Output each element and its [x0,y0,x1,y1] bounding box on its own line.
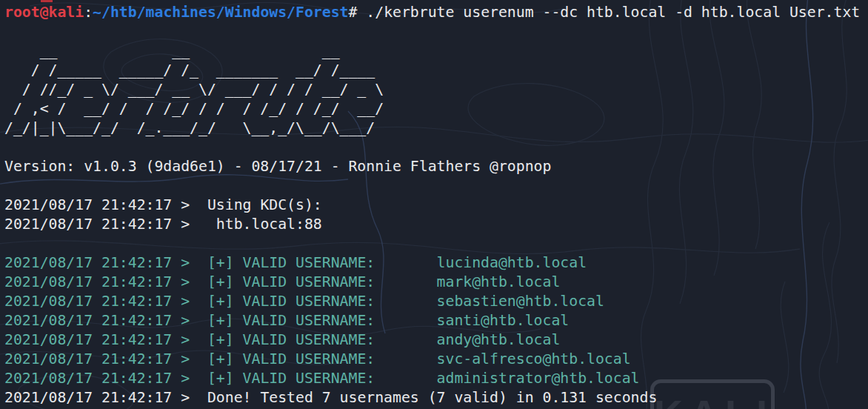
log-line-valid-username: 2021/08/17 21:42:17 > [+] VALID USERNAME… [4,350,868,369]
valid-username-value: sebastien@htb.local [437,293,604,310]
valid-username-value: mark@htb.local [437,273,561,290]
log-separator: > [172,293,207,310]
log-separator: > [172,389,207,406]
log-separator: > [172,216,207,233]
log-timestamp: 2021/08/17 21:42:17 [4,331,172,348]
log-timestamp: 2021/08/17 21:42:17 [4,196,172,213]
log-message: Done! Tested 7 usernames (7 valid) in 0.… [207,389,657,406]
kerbrute-banner-line: / ,< / __/ / / /_/ / / / /_/ / /_/ __/ [4,99,868,119]
kerbrute-banner-line: / /_____ _____/ /_ _______ __/ /____ [4,61,868,80]
log-separator: > [172,370,207,387]
terminal-output[interactable]: root@kali:~/htb/machines/Windows/Forest#… [4,3,868,408]
version-line: Version: v1.0.3 (9dad6e1) - 08/17/21 - R… [4,157,868,176]
log-line-kdc-header: 2021/08/17 21:42:17 > Using KDC(s): [4,196,868,215]
log-separator: > [172,350,207,368]
blank-line [4,138,868,157]
log-timestamp: 2021/08/17 21:42:17 [4,350,172,368]
log-timestamp: 2021/08/17 21:42:17 [4,312,172,329]
log-line-valid-username: 2021/08/17 21:42:17 > [+] VALID USERNAME… [4,273,868,292]
prompt-path: ~/htb/machines/Windows/Forest [93,4,348,21]
kerbrute-banner-line: / //_/ _ \/ ___/ __ \/ ___/ / / / __/ _ … [4,80,868,99]
log-timestamp: 2021/08/17 21:42:17 [4,216,172,233]
valid-username-label: [+] VALID USERNAME: [207,293,437,310]
shell-prompt-line: root@kali:~/htb/machines/Windows/Forest#… [4,3,868,22]
log-line-valid-username: 2021/08/17 21:42:17 > [+] VALID USERNAME… [4,369,868,388]
log-timestamp: 2021/08/17 21:42:17 [4,370,172,387]
log-message: Using KDC(s): [207,196,322,213]
log-line-valid-username: 2021/08/17 21:42:17 > [+] VALID USERNAME… [4,292,868,311]
blank-line [4,22,868,41]
log-separator: > [172,196,207,213]
log-line-kdc-entry: 2021/08/17 21:42:17 > htb.local:88 [4,215,868,234]
log-separator: > [172,312,207,329]
valid-username-value: santi@htb.local [437,312,570,329]
log-timestamp: 2021/08/17 21:42:17 [4,389,172,406]
log-separator: > [172,273,207,290]
log-timestamp: 2021/08/17 21:42:17 [4,293,172,310]
kerbrute-banner-line: /_/|_|\___/_/ /_.___/_/ \__,_/\__/\___/ [4,119,868,138]
prompt-colon: : [84,4,93,21]
log-separator: > [172,254,207,271]
valid-username-label: [+] VALID USERNAME: [207,273,437,290]
valid-username-value: administrator@htb.local [437,370,640,387]
kerbrute-banner-line: __ __ __ [4,41,868,61]
prompt-user-host: root@kali [4,4,84,21]
valid-username-label: [+] VALID USERNAME: [207,350,437,368]
valid-username-label: [+] VALID USERNAME: [207,254,437,271]
log-line-valid-username: 2021/08/17 21:42:17 > [+] VALID USERNAME… [4,253,868,273]
blank-line [4,176,868,196]
previous-line-fragment [41,0,53,2]
valid-username-value: andy@htb.local [437,331,561,348]
log-separator: > [172,331,207,348]
valid-username-label: [+] VALID USERNAME: [207,370,437,387]
valid-username-label: [+] VALID USERNAME: [207,312,437,329]
log-line-valid-username: 2021/08/17 21:42:17 > [+] VALID USERNAME… [4,330,868,350]
log-message: htb.local:88 [207,216,322,233]
log-timestamp: 2021/08/17 21:42:17 [4,273,172,290]
valid-username-label: [+] VALID USERNAME: [207,331,437,348]
prompt-hash: # [348,4,366,21]
log-line-done: 2021/08/17 21:42:17 > Done! Tested 7 use… [4,388,868,408]
blank-line [4,234,868,253]
valid-username-value: lucinda@htb.local [437,254,587,271]
command-text: ./kerbrute userenum --dc htb.local -d ht… [366,4,860,21]
log-timestamp: 2021/08/17 21:42:17 [4,254,172,271]
log-line-valid-username: 2021/08/17 21:42:17 > [+] VALID USERNAME… [4,311,868,330]
valid-username-value: svc-alfresco@htb.local [437,350,631,368]
